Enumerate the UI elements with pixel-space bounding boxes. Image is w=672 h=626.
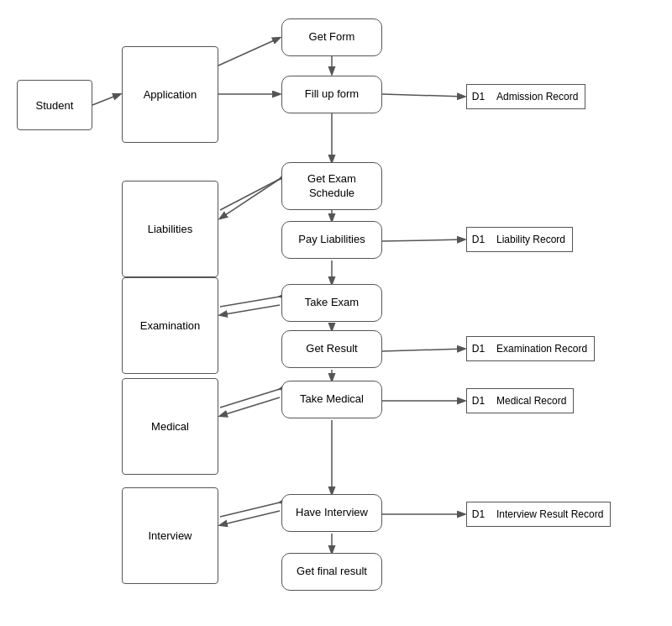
interview-result-record-label: Interview Result Record <box>490 502 611 527</box>
fill-up-form-process: Fill up form <box>281 76 382 113</box>
pay-liabilities-process: Pay Liabilities <box>281 221 382 259</box>
have-interview-process: Have Interview <box>281 494 382 532</box>
admission-record-label: Admission Record <box>490 84 585 109</box>
interview-entity: Interview <box>122 487 218 584</box>
svg-line-21 <box>220 502 280 517</box>
application-entity: Application <box>122 46 218 143</box>
diagram: Student Application Liabilities Examinat… <box>0 0 672 626</box>
svg-line-16 <box>220 397 280 416</box>
examination-record-label: Examination Record <box>490 336 595 361</box>
get-exam-schedule-process: Get Exam Schedule <box>281 162 382 210</box>
svg-line-9 <box>382 239 465 241</box>
get-final-result-process: Get final result <box>281 553 382 591</box>
svg-line-1 <box>218 38 280 66</box>
svg-line-0 <box>92 94 120 105</box>
datastore-d1-liability: D1 <box>466 227 490 252</box>
take-exam-process: Take Exam <box>281 284 382 322</box>
datastore-d1-examination: D1 <box>466 336 490 361</box>
examination-record-store: D1 Examination Record <box>466 336 595 361</box>
svg-line-4 <box>382 94 465 97</box>
admission-record-store: D1 Admission Record <box>466 84 585 109</box>
medical-record-store: D1 Medical Record <box>466 388 574 413</box>
svg-line-7 <box>220 179 280 210</box>
take-medical-process: Take Medical <box>281 381 382 418</box>
medical-record-label: Medical Record <box>490 388 574 413</box>
student-entity: Student <box>17 80 92 130</box>
svg-line-20 <box>220 511 280 525</box>
datastore-d1-medical: D1 <box>466 388 490 413</box>
datastore-d1-admission: D1 <box>466 84 490 109</box>
svg-line-11 <box>220 305 280 315</box>
svg-line-17 <box>220 389 280 408</box>
medical-entity: Medical <box>122 378 218 475</box>
liability-record-store: D1 Liability Record <box>466 227 573 252</box>
get-result-process: Get Result <box>281 330 382 368</box>
interview-result-record-store: D1 Interview Result Record <box>466 502 611 527</box>
datastore-d1-interview: D1 <box>466 502 490 527</box>
svg-line-12 <box>220 297 280 307</box>
liabilities-entity: Liabilities <box>122 181 218 277</box>
liability-record-label: Liability Record <box>490 227 573 252</box>
get-form-process: Get Form <box>281 18 382 56</box>
svg-line-6 <box>220 179 280 218</box>
examination-entity: Examination <box>122 277 218 374</box>
svg-line-14 <box>382 349 465 351</box>
